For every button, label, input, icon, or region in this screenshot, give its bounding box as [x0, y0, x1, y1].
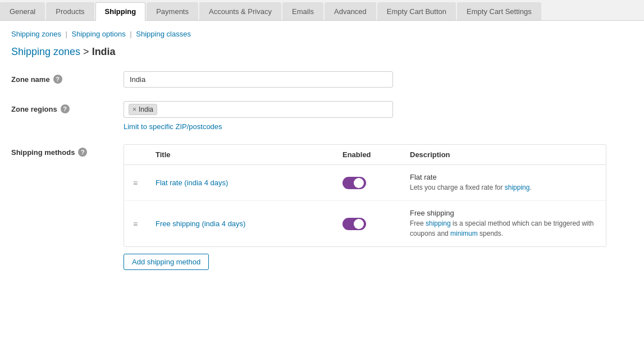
breadcrumb: Shipping zones > India	[11, 46, 633, 58]
zone-regions-row: Zone regions ? × India Limit to specific…	[11, 101, 633, 131]
tab-empty-cart-settings[interactable]: Empty Cart Settings	[457, 2, 541, 20]
tabs-bar: General Products Shipping Payments Accou…	[0, 0, 644, 21]
toggle-free-shipping-slider	[342, 218, 366, 230]
toggle-flat-rate[interactable]	[342, 177, 366, 189]
drag-handle-free-shipping[interactable]: ≡	[133, 219, 156, 228]
table-row: ≡ Free shipping (india 4 days) Free ship…	[124, 201, 606, 246]
tab-shipping[interactable]: Shipping	[95, 2, 146, 21]
add-shipping-method-button[interactable]: Add shipping method	[124, 254, 209, 270]
content-area: Shipping zones | Shipping options | Ship…	[0, 21, 644, 357]
col-description: Description	[410, 150, 597, 159]
tab-products[interactable]: Products	[46, 2, 94, 20]
col-title: Title	[156, 150, 342, 159]
table-header: Title Enabled Description	[124, 145, 606, 165]
free-shipping-link[interactable]: shipping	[426, 219, 451, 227]
shipping-methods-control: Title Enabled Description ≡ Flat rate (i…	[124, 144, 633, 270]
subnav-shipping-classes[interactable]: Shipping classes	[136, 30, 191, 38]
table-row: ≡ Flat rate (india 4 days) Flat rate Let…	[124, 165, 606, 201]
breadcrumb-separator: >	[83, 46, 92, 57]
zone-name-control	[124, 71, 633, 88]
drag-handle-flat-rate[interactable]: ≡	[133, 178, 156, 187]
zone-regions-input-wrap[interactable]: × India	[124, 101, 393, 118]
shipping-methods-label: Shipping methods ?	[11, 144, 124, 157]
free-shipping-description: Free shipping Free shipping is a special…	[410, 209, 597, 239]
india-tag-remove[interactable]: ×	[133, 106, 136, 113]
tab-emails[interactable]: Emails	[282, 2, 323, 20]
toggle-free-shipping-wrap	[342, 218, 410, 230]
tab-empty-cart-button[interactable]: Empty Cart Button	[377, 2, 456, 20]
method-free-shipping-link[interactable]: Free shipping (india 4 days)	[156, 219, 342, 228]
subnav-shipping-options[interactable]: Shipping options	[72, 30, 126, 38]
subnav-sep-1: |	[66, 30, 67, 38]
subnav-shipping-zones[interactable]: Shipping zones	[11, 30, 61, 38]
breadcrumb-current: India	[92, 46, 116, 57]
sub-nav: Shipping zones | Shipping options | Ship…	[11, 30, 633, 38]
free-shipping-minimum-link[interactable]: minimum	[450, 230, 478, 237]
flat-rate-desc-title: Flat rate	[410, 173, 597, 181]
toggle-free-shipping[interactable]	[342, 218, 366, 230]
shipping-methods-help-icon[interactable]: ?	[78, 148, 87, 157]
india-tag: × India	[129, 104, 157, 115]
subnav-sep-2: |	[130, 30, 131, 38]
zone-regions-help-icon[interactable]: ?	[61, 104, 70, 113]
flat-rate-desc-text: Lets you charge a fixed rate for shippin…	[410, 182, 597, 193]
col-drag	[133, 150, 156, 159]
zone-regions-text-input[interactable]	[159, 106, 388, 114]
tab-accounts-privacy[interactable]: Accounts & Privacy	[199, 2, 281, 20]
col-enabled: Enabled	[342, 150, 410, 159]
zone-name-label: Zone name ?	[11, 71, 124, 84]
zone-name-input[interactable]	[124, 71, 393, 88]
tab-payments[interactable]: Payments	[147, 2, 198, 20]
toggle-flat-rate-wrap	[342, 177, 410, 189]
flat-rate-shipping-link[interactable]: shipping	[505, 184, 530, 191]
zone-regions-control: × India Limit to specific ZIP/postcodes	[124, 101, 633, 131]
zone-regions-label: Zone regions ?	[11, 101, 124, 113]
tab-advanced[interactable]: Advanced	[325, 2, 376, 20]
free-shipping-desc-title: Free shipping	[410, 209, 597, 217]
shipping-methods-table: Title Enabled Description ≡ Flat rate (i…	[124, 144, 606, 247]
toggle-flat-rate-slider	[342, 177, 366, 189]
method-flat-rate-link[interactable]: Flat rate (india 4 days)	[156, 178, 342, 187]
flat-rate-description: Flat rate Lets you charge a fixed rate f…	[410, 173, 597, 193]
india-tag-label: India	[139, 106, 153, 113]
shipping-methods-row: Shipping methods ? Title Enabled Descrip…	[11, 144, 633, 270]
zip-postcodes-link[interactable]: Limit to specific ZIP/postcodes	[124, 122, 633, 131]
tab-general[interactable]: General	[0, 2, 45, 20]
zone-name-help-icon[interactable]: ?	[53, 75, 62, 84]
breadcrumb-link[interactable]: Shipping zones	[11, 46, 80, 57]
free-shipping-desc-text: Free shipping is a special method which …	[410, 218, 597, 239]
zone-name-row: Zone name ?	[11, 71, 633, 88]
